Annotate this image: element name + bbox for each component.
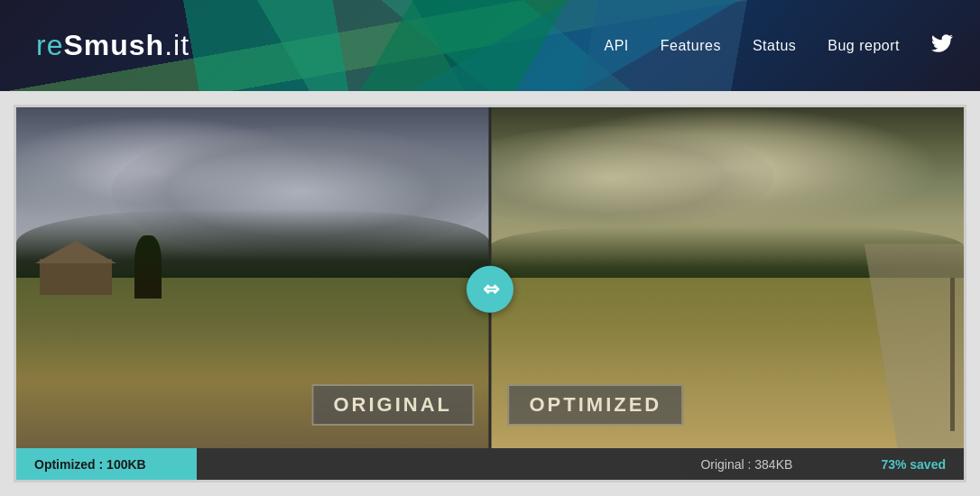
original-label: ORIGINAL [311,384,474,426]
status-optimized-text: Optimized : 100KB [16,448,197,480]
fence-right [950,278,955,431]
nav-api[interactable]: API [604,38,628,54]
image-comparison[interactable]: ⇔ ORIGINAL OPTIMIZED Optimized : 100KB O… [14,105,966,482]
barn [40,259,112,295]
logo-re: re [36,29,63,61]
status-saved-text: 73% saved [863,448,964,480]
status-bar: Optimized : 100KB Original : 384KB 73% s… [16,448,964,480]
status-original-text: Original : 384KB [682,448,863,480]
twitter-icon[interactable] [931,32,953,60]
header: reSmush.it API Features Status Bug repor… [0,0,980,91]
swap-icon: ⇔ [483,277,497,300]
logo-smush: Smush [63,29,164,61]
tree-left [134,235,162,299]
optimized-label: OPTIMIZED [507,384,683,426]
nav-status[interactable]: Status [753,38,796,54]
main-nav: API Features Status Bug report [604,32,953,60]
main-content: ⇔ ORIGINAL OPTIMIZED Optimized : 100KB O… [0,91,980,496]
logo-area: reSmush.it [36,29,190,62]
site-logo[interactable]: reSmush.it [36,29,190,61]
nav-bug-report[interactable]: Bug report [827,38,900,54]
logo-it: .it [164,29,190,61]
swap-button[interactable]: ⇔ [467,265,513,312]
nav-features[interactable]: Features [661,38,721,54]
